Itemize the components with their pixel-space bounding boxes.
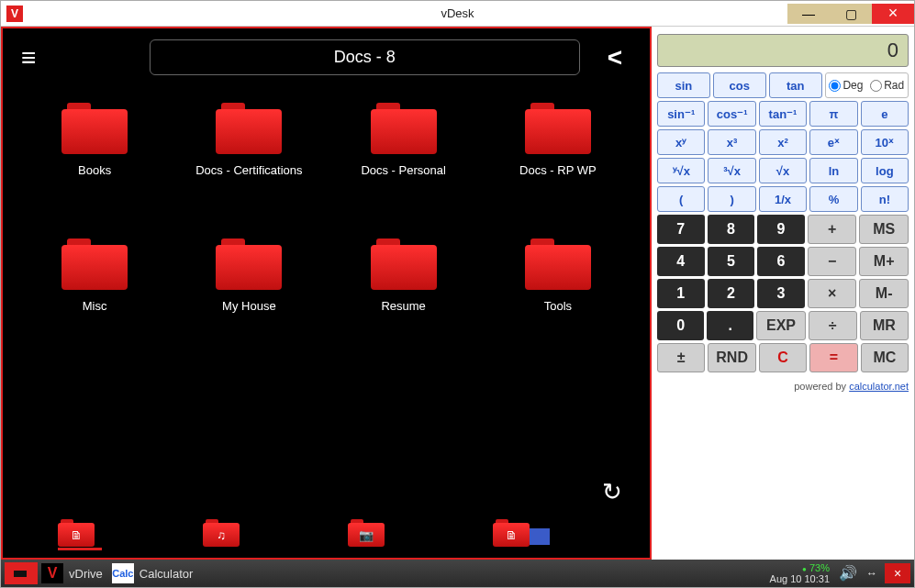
refresh-icon[interactable]: ↻: [602, 478, 622, 506]
calculator-pane: 0 sincostan Deg Radsin⁻¹cos⁻¹tan⁻¹πexʸx³…: [652, 27, 914, 560]
folder-icon: [525, 103, 591, 154]
folder-label: Docs - Personal: [361, 163, 445, 177]
minimize-button[interactable]: —: [787, 4, 830, 24]
overlay-badge: [530, 528, 550, 545]
taskbar-launcher-icon[interactable]: [5, 562, 38, 584]
volume-icon[interactable]: 🔊: [839, 564, 857, 582]
folder-item[interactable]: Docs - Personal: [330, 95, 477, 224]
folder-title: Docs - 8: [150, 39, 580, 75]
folder-item[interactable]: Docs - Certifications: [175, 95, 322, 224]
back-icon[interactable]: <: [608, 43, 631, 72]
category-tab[interactable]: 🗎: [493, 519, 537, 550]
folder-item[interactable]: Resume: [330, 231, 477, 360]
taskbar-close-button[interactable]: ×: [885, 563, 910, 583]
folder-item[interactable]: Tools: [485, 231, 631, 360]
calc-sci-button[interactable]: tan⁻¹: [759, 101, 807, 127]
rad-radio[interactable]: Rad: [870, 79, 904, 92]
folder-item[interactable]: Misc: [21, 231, 168, 360]
calc-mem-button[interactable]: M-: [859, 279, 909, 308]
calc-sci-button[interactable]: %: [809, 186, 857, 212]
folder-icon: [525, 239, 591, 290]
calc-sci-button[interactable]: tan: [769, 72, 822, 98]
calc-button[interactable]: EXP: [756, 311, 805, 340]
calc-sci-button[interactable]: n!: [861, 186, 909, 212]
category-tab[interactable]: 🗎: [58, 519, 102, 550]
calc-button[interactable]: 9: [757, 215, 805, 244]
taskbar: VvDriveCalcCalculator ● 73% Aug 10 10:31…: [1, 560, 914, 587]
app-icon: V: [6, 6, 23, 22]
calc-sci-button[interactable]: x³: [708, 129, 755, 155]
category-tab[interactable]: 📷: [348, 519, 392, 550]
calc-sci-button[interactable]: ³√x: [708, 158, 755, 183]
calc-sci-button[interactable]: cos: [713, 72, 766, 98]
folder-label: Misc: [83, 299, 107, 313]
calc-sci-button[interactable]: ln: [809, 158, 857, 183]
calc-sci-button[interactable]: sin⁻¹: [657, 101, 705, 127]
calc-op-button[interactable]: ×: [808, 279, 857, 308]
angle-mode: Deg Rad: [825, 72, 909, 98]
calc-button[interactable]: 0: [657, 311, 704, 340]
folder-label: Books: [78, 163, 111, 177]
app-icon: V: [41, 563, 63, 583]
battery-status: ● 73% Aug 10 10:31: [770, 562, 830, 585]
window-title: vDesk: [441, 6, 474, 20]
calc-sci-button[interactable]: e: [861, 101, 909, 127]
calc-sci-button[interactable]: ): [708, 186, 755, 212]
deg-radio[interactable]: Deg: [829, 79, 863, 92]
calc-sci-button[interactable]: sin: [657, 72, 710, 98]
calc-sci-button[interactable]: cos⁻¹: [708, 101, 755, 127]
folder-item[interactable]: My House: [175, 231, 322, 360]
calc-button[interactable]: 5: [708, 247, 755, 276]
taskbar-app[interactable]: CalcCalculator: [112, 560, 203, 587]
calc-button[interactable]: 7: [657, 215, 705, 244]
calc-button[interactable]: ±: [657, 343, 705, 372]
calc-button[interactable]: 4: [657, 247, 705, 276]
calc-sci-button[interactable]: log: [861, 158, 909, 183]
calc-button[interactable]: 6: [757, 247, 805, 276]
calc-sci-button[interactable]: ʸ√x: [657, 158, 705, 183]
folder-icon: [371, 239, 437, 290]
folder-icon: [216, 239, 282, 290]
calc-sci-button[interactable]: π: [809, 101, 857, 127]
app-icon: Calc: [112, 563, 134, 583]
category-tab[interactable]: ♫: [203, 519, 247, 550]
app-label: vDrive: [69, 567, 103, 581]
calc-op-button[interactable]: −: [808, 247, 857, 276]
folder-icon: [216, 103, 282, 154]
taskbar-arrows-icon[interactable]: ↔: [866, 567, 876, 580]
calc-op-button[interactable]: =: [809, 343, 857, 372]
calc-button[interactable]: 1: [657, 279, 705, 308]
calc-sci-button[interactable]: √x: [759, 158, 807, 183]
calc-button[interactable]: 3: [757, 279, 805, 308]
calc-mem-button[interactable]: MS: [859, 215, 909, 244]
calc-op-button[interactable]: ÷: [809, 311, 857, 340]
folder-icon: [61, 239, 128, 290]
folder-item[interactable]: Books: [21, 95, 168, 224]
calc-sci-button[interactable]: 1/x: [759, 186, 807, 212]
calc-button[interactable]: C: [759, 343, 807, 372]
calc-sci-button[interactable]: x²: [759, 129, 807, 155]
calc-sci-button[interactable]: 10ˣ: [861, 129, 909, 155]
calc-mem-button[interactable]: MR: [860, 311, 909, 340]
calc-button[interactable]: 2: [708, 279, 755, 308]
calc-sci-button[interactable]: eˣ: [809, 129, 857, 155]
folder-label: Tools: [544, 299, 572, 313]
taskbar-app[interactable]: VvDrive: [41, 560, 112, 587]
calculator-net-link[interactable]: calculator.net: [849, 381, 909, 392]
calc-button[interactable]: RND: [708, 343, 755, 372]
calc-sci-button[interactable]: (: [657, 186, 705, 212]
calc-mem-button[interactable]: M+: [859, 247, 909, 276]
folder-label: Docs - RP WP: [519, 163, 597, 177]
calc-mem-button[interactable]: MC: [861, 343, 909, 372]
close-button[interactable]: ×: [872, 4, 914, 24]
file-browser-pane: ≡ Docs - 8 < BooksDocs - CertificationsD…: [1, 27, 652, 560]
menu-icon[interactable]: ≡: [21, 43, 58, 72]
calc-button[interactable]: .: [707, 311, 753, 340]
folder-item[interactable]: Docs - RP WP: [485, 95, 631, 224]
calc-sci-button[interactable]: xʸ: [657, 129, 705, 155]
maximize-button[interactable]: ▢: [830, 4, 872, 24]
calc-op-button[interactable]: +: [808, 215, 857, 244]
app-label: Calculator: [139, 567, 194, 581]
calc-button[interactable]: 8: [708, 215, 755, 244]
folder-label: My House: [222, 299, 276, 313]
